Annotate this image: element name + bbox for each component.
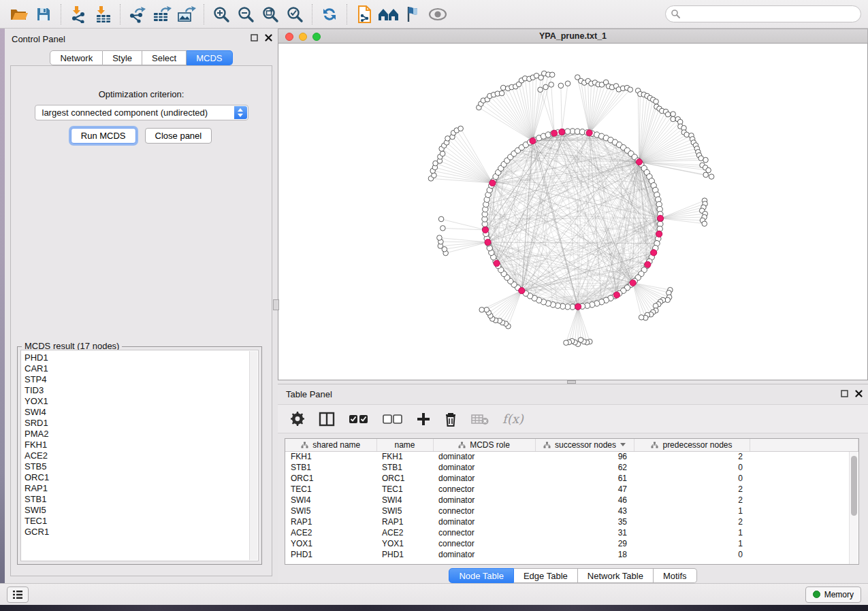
column-header-shared-name[interactable]: shared name	[285, 439, 376, 451]
leaf-node[interactable]	[484, 307, 489, 312]
table-row[interactable]: ORC1ORC1dominator610	[285, 473, 858, 484]
dominator-hub-node[interactable]	[651, 250, 657, 256]
mcds-result-item[interactable]: TID3	[25, 385, 258, 396]
cell-MCDS-role[interactable]: dominator	[433, 473, 535, 484]
dominator-hub-node[interactable]	[586, 130, 592, 136]
leaf-node[interactable]	[438, 216, 444, 222]
dominator-hub-node[interactable]	[575, 303, 581, 310]
cell-MCDS-role[interactable]: connector	[433, 506, 535, 516]
leaf-node[interactable]	[702, 221, 707, 227]
leaf-node[interactable]	[437, 235, 443, 241]
table-row[interactable]: STB1STB1dominator620	[285, 462, 858, 473]
cell-shared-name[interactable]: YOX1	[285, 538, 376, 549]
leaf-node[interactable]	[499, 90, 504, 96]
leaf-node[interactable]	[703, 157, 709, 163]
mcds-result-item[interactable]: STP4	[25, 374, 258, 385]
close-panel-icon[interactable]	[265, 34, 272, 42]
cell-MCDS-role[interactable]: dominator	[433, 516, 535, 527]
cell-shared-name[interactable]: FKH1	[285, 451, 376, 462]
window-minimize-icon[interactable]	[299, 33, 307, 41]
network-window-titlebar[interactable]: YPA_prune.txt_1	[278, 29, 868, 44]
cell-successor-nodes[interactable]: 46	[535, 495, 634, 506]
cell-predecessor-nodes[interactable]: 1	[634, 538, 750, 549]
cell-predecessor-nodes[interactable]: 2	[634, 451, 750, 462]
cell-MCDS-role[interactable]: connector	[433, 527, 535, 538]
cell-successor-nodes[interactable]: 61	[535, 473, 634, 484]
leaf-node[interactable]	[709, 174, 714, 180]
column-header-name[interactable]: name	[376, 439, 433, 451]
cell-name[interactable]: RAP1	[376, 516, 433, 527]
zoom-in-button[interactable]	[209, 3, 234, 26]
task-history-button[interactable]	[7, 587, 29, 603]
leaf-node[interactable]	[628, 87, 633, 93]
tab-motifs[interactable]: Motifs	[654, 568, 697, 583]
gear-button[interactable]	[290, 409, 305, 429]
dominator-hub-node[interactable]	[482, 227, 488, 233]
window-zoom-icon[interactable]	[312, 33, 321, 41]
zoom-fit-button[interactable]	[258, 3, 283, 26]
leaf-node[interactable]	[671, 116, 676, 122]
mcds-result-item[interactable]: PHD1	[25, 352, 258, 363]
dominator-hub-node[interactable]	[636, 159, 642, 165]
mcds-result-item[interactable]: CAR1	[25, 363, 258, 374]
mcds-result-item[interactable]: FKH1	[25, 440, 258, 450]
cell-predecessor-nodes[interactable]: 1	[634, 506, 750, 516]
add-column-button[interactable]	[417, 409, 430, 429]
result-list-scrollbar[interactable]	[249, 351, 257, 560]
tab-mcds[interactable]: MCDS	[187, 50, 232, 65]
leaf-node[interactable]	[543, 84, 549, 90]
leaf-node[interactable]	[639, 315, 644, 320]
cell-MCDS-role[interactable]: dominator	[433, 462, 535, 473]
table-row[interactable]: FKH1FKH1dominator962	[285, 451, 858, 462]
refresh-button[interactable]	[317, 3, 342, 26]
mcds-result-item[interactable]: SRD1	[25, 418, 258, 429]
cell-name[interactable]: FKH1	[376, 451, 433, 462]
import-table-button[interactable]	[91, 3, 115, 26]
cell-shared-name[interactable]: TEC1	[285, 484, 376, 495]
new-network-file-button[interactable]	[352, 3, 376, 26]
mcds-result-item[interactable]: STB1	[25, 494, 258, 505]
mcds-result-item[interactable]: ACE2	[25, 450, 258, 461]
column-header-predecessor-nodes[interactable]: predecessor nodes	[634, 439, 750, 451]
leaf-node[interactable]	[458, 126, 464, 131]
export-table-button[interactable]	[150, 3, 174, 26]
mcds-result-item[interactable]: SWI5	[25, 505, 258, 516]
cell-successor-nodes[interactable]: 35	[535, 516, 634, 527]
search-input[interactable]	[665, 5, 861, 22]
select-all-button[interactable]	[349, 409, 369, 429]
cell-shared-name[interactable]: RAP1	[285, 516, 376, 527]
dominator-hub-node[interactable]	[489, 180, 496, 186]
cell-predecessor-nodes[interactable]: 0	[634, 462, 750, 473]
leaf-node[interactable]	[564, 340, 569, 346]
dominator-hub-node[interactable]	[494, 260, 500, 266]
leaf-node[interactable]	[654, 99, 659, 104]
close-panel-icon[interactable]	[855, 390, 863, 397]
cell-name[interactable]: SWI5	[376, 506, 433, 516]
save-session-button[interactable]	[31, 3, 56, 26]
cell-predecessor-nodes[interactable]: 0	[634, 473, 750, 484]
cell-predecessor-nodes[interactable]: 2	[634, 484, 750, 495]
table-row[interactable]: SWI4SWI4dominator462	[285, 495, 858, 506]
mcds-result-item[interactable]: PMA2	[25, 429, 258, 440]
memory-button[interactable]: Memory	[805, 587, 861, 603]
table-row[interactable]: YOX1YOX1connector291	[285, 538, 858, 549]
export-image-button[interactable]	[174, 3, 199, 26]
import-network-button[interactable]	[66, 3, 91, 26]
table-row[interactable]: RAP1RAP1dominator352	[285, 516, 858, 527]
cell-name[interactable]: TEC1	[376, 484, 433, 495]
leaf-node[interactable]	[706, 167, 711, 173]
cell-name[interactable]: STB1	[376, 462, 433, 473]
cell-successor-nodes[interactable]: 43	[535, 506, 634, 516]
dominator-hub-node[interactable]	[530, 137, 536, 144]
dominator-hub-node[interactable]	[485, 239, 491, 245]
deselect-all-button[interactable]	[383, 409, 403, 429]
cell-predecessor-nodes[interactable]: 0	[634, 549, 750, 560]
tab-style[interactable]: Style	[103, 50, 142, 65]
table-scrollbar-thumb[interactable]	[851, 456, 857, 516]
close-panel-button[interactable]: Close panel	[145, 128, 212, 144]
mcds-result-item[interactable]: RAP1	[25, 483, 258, 494]
cell-predecessor-nodes[interactable]: 1	[634, 527, 750, 538]
cell-MCDS-role[interactable]: connector	[433, 538, 535, 549]
zoom-selected-button[interactable]	[283, 3, 307, 26]
export-network-button[interactable]	[125, 3, 150, 26]
